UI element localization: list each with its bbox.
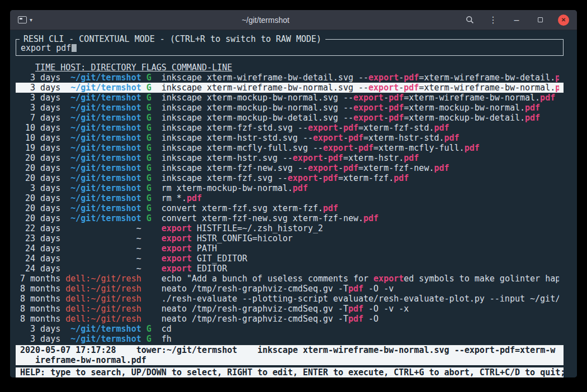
row-host: ~/git/termshot xyxy=(65,73,141,83)
history-row[interactable]: 22 days~export HISTFILE=~/.zsh_history_2 xyxy=(16,223,564,233)
row-flags: G xyxy=(146,133,157,143)
terminal-window: ▾ ~/git/termshot ⋮ – ✕ RESH CLI - CONTEX… xyxy=(10,10,577,377)
row-time: 20 days xyxy=(20,203,60,213)
close-button[interactable]: ✕ xyxy=(558,15,569,26)
restore-icon xyxy=(538,17,543,22)
row-command: inkscape xterm-fzf-new.svg --export-pdf=… xyxy=(162,163,559,173)
row-flags xyxy=(146,233,157,243)
search-icon xyxy=(466,16,474,24)
history-table-header: TIME HOST: DIRECTORY FLAGS COMMAND-LINE xyxy=(16,63,564,73)
row-host: ~/git/termshot xyxy=(65,193,141,203)
history-row[interactable]: 8 monthsdell:~/git/resh./resh-evaluate -… xyxy=(16,294,564,304)
history-row[interactable]: 3 days~/git/termshotGfh xyxy=(16,334,564,344)
titlebar[interactable]: ▾ ~/git/termshot ⋮ – ✕ xyxy=(10,10,577,30)
row-flags xyxy=(146,274,157,284)
row-host: ~/git/termshot xyxy=(65,203,141,213)
row-flags xyxy=(146,254,157,264)
menu-button[interactable]: ⋮ xyxy=(487,15,499,26)
row-command: neato /tmp/resh-graphviz-cmdSeq.gv -Tpdf… xyxy=(162,314,559,324)
row-flags: G xyxy=(146,143,157,153)
row-host: ~/git/termshot xyxy=(65,133,141,143)
history-row[interactable]: 20 days~/git/termshotGconvert xterm-fzf-… xyxy=(16,213,564,223)
search-query-box: RESH CLI - CONTEXTUAL MODE - (CTRL+R to … xyxy=(16,39,564,56)
row-host: ~ xyxy=(65,223,141,233)
row-flags xyxy=(146,284,157,294)
history-row[interactable]: 3 days~/git/termshotGcd xyxy=(16,324,564,334)
row-time: 19 days xyxy=(20,143,60,153)
row-time: 10 days xyxy=(20,123,60,133)
history-row[interactable]: 20 days~/git/termshotGinkscape xterm-fzf… xyxy=(16,163,564,173)
history-row[interactable]: 3 days~/git/termshotGinkscape xterm-mock… xyxy=(16,103,564,113)
chevron-down-icon: ▾ xyxy=(30,17,32,23)
history-row[interactable]: 3 days~/git/termshotGinkscape xterm-wire… xyxy=(16,83,564,93)
history-row[interactable]: 8 monthsdell:~/git/reshneato /tmp/resh-g… xyxy=(16,304,564,314)
history-row[interactable]: 3 days~/git/termshotGinkscape xterm-wire… xyxy=(16,73,564,83)
row-flags: G xyxy=(146,103,157,113)
history-row[interactable]: 8 monthsdell:~/git/reshneato /tmp/resh-g… xyxy=(16,314,564,324)
row-time: 8 months xyxy=(20,294,60,304)
row-host: ~ xyxy=(65,233,141,243)
row-flags xyxy=(146,223,157,233)
row-host: ~/git/termshot xyxy=(65,183,141,193)
row-command: rm *.pdf xyxy=(162,193,559,203)
header-columns: TIME HOST: DIRECTORY FLAGS COMMAND-LINE xyxy=(35,63,232,73)
new-tab-button[interactable]: ▾ xyxy=(18,16,32,23)
history-row[interactable]: 8 monthsdell:~/git/reshneato /tmp/resh-g… xyxy=(16,284,564,294)
row-host: ~/git/termshot xyxy=(65,213,141,223)
row-time: 22 days xyxy=(20,223,60,233)
row-command: inkscape xterm-wireframe-bw-normal.svg -… xyxy=(162,83,559,93)
row-command: neato /tmp/resh-graphviz-cmdSeq.gv -Tpdf… xyxy=(162,284,559,294)
history-row[interactable]: 20 days~/git/termshotGinkscape xterm-hst… xyxy=(16,153,564,163)
row-command: convert xterm-fzf-new.svg xterm-fzf-new.… xyxy=(162,213,559,223)
row-host: ~/git/termshot xyxy=(65,83,141,93)
history-row[interactable]: 10 days~/git/termshotGinkscape xterm-fzf… xyxy=(16,123,564,133)
row-host: ~/git/termshot xyxy=(65,153,141,163)
history-row[interactable]: 24 days~export PATH xyxy=(16,243,564,254)
row-command: inkscape xterm-mockup-bw-normal.svg --ex… xyxy=(162,93,559,103)
row-flags xyxy=(146,314,157,324)
row-time: 3 days xyxy=(20,183,60,193)
minimize-icon: – xyxy=(514,15,519,25)
history-row[interactable]: 10 days~/git/termshotGinkscape xterm-hst… xyxy=(16,133,564,143)
history-row[interactable]: 24 days~export GIT_EDITOR xyxy=(16,254,564,264)
row-time: 3 days xyxy=(20,334,60,344)
row-time: 24 days xyxy=(20,264,60,274)
minimize-button[interactable]: – xyxy=(511,15,522,26)
row-command: inkscape xterm-mockup-bw-detail.svg --ex… xyxy=(162,113,559,123)
restore-button[interactable] xyxy=(534,15,546,26)
row-time: 20 days xyxy=(20,163,60,173)
row-time: 3 days xyxy=(20,324,60,334)
row-flags: G xyxy=(146,324,157,334)
history-row[interactable]: 20 days~/git/termshotGconvert xterm-fzf.… xyxy=(16,203,564,213)
detail-line-1: 2020-05-07 17:17:28 tower:~/git/termshot… xyxy=(20,345,559,355)
row-flags: G xyxy=(146,113,157,123)
row-time: 24 days xyxy=(20,243,60,254)
search-button[interactable] xyxy=(464,15,475,26)
row-flags: G xyxy=(146,213,157,223)
row-flags xyxy=(146,264,157,274)
query-input[interactable]: export pdf xyxy=(21,43,558,53)
row-host: ~ xyxy=(65,254,141,264)
row-host: dell:~/git/resh xyxy=(65,304,141,314)
row-host: ~/git/termshot xyxy=(65,163,141,173)
text-cursor xyxy=(72,44,77,52)
history-row[interactable]: 20 days~/git/termshotGrm *.pdf xyxy=(16,193,564,203)
row-flags: G xyxy=(146,83,157,93)
row-command: inkscape xterm-mockup-bw-normal.svg --ex… xyxy=(162,103,559,113)
history-row[interactable]: 23 days~export HSTR_CONFIG=hicolor xyxy=(16,233,564,243)
history-row[interactable]: 19 days~/git/termshotGinkscape xterm-mcf… xyxy=(16,143,564,153)
terminal[interactable]: RESH CLI - CONTEXTUAL MODE - (CTRL+R to … xyxy=(10,30,577,377)
history-row[interactable]: 24 days~export EDITOR xyxy=(16,264,564,274)
history-row[interactable]: 7 monthsdell:~/git/reshecho "Add a bunch… xyxy=(16,274,564,284)
history-row[interactable]: 20 days~/git/termshotGinkscape xterm-fzf… xyxy=(16,173,564,183)
row-host: ~/git/termshot xyxy=(65,93,141,103)
row-host: ~/git/termshot xyxy=(65,143,141,153)
history-row[interactable]: 3 days~/git/termshotGrm xterm-mockup-bw-… xyxy=(16,183,564,193)
row-command: export HISTFILE=~/.zsh_history_2 xyxy=(162,223,559,233)
row-time: 8 months xyxy=(20,284,60,294)
history-row[interactable]: 3 days~/git/termshotGinkscape xterm-mock… xyxy=(16,93,564,103)
row-flags xyxy=(146,243,157,254)
resh-mode-title: RESH CLI - CONTEXTUAL MODE - (CTRL+R to … xyxy=(20,34,325,44)
history-row[interactable]: 7 days~/git/termshotGinkscape xterm-mock… xyxy=(16,113,564,123)
detail-line-2: ireframe-bw-normal.pdf xyxy=(20,355,559,365)
